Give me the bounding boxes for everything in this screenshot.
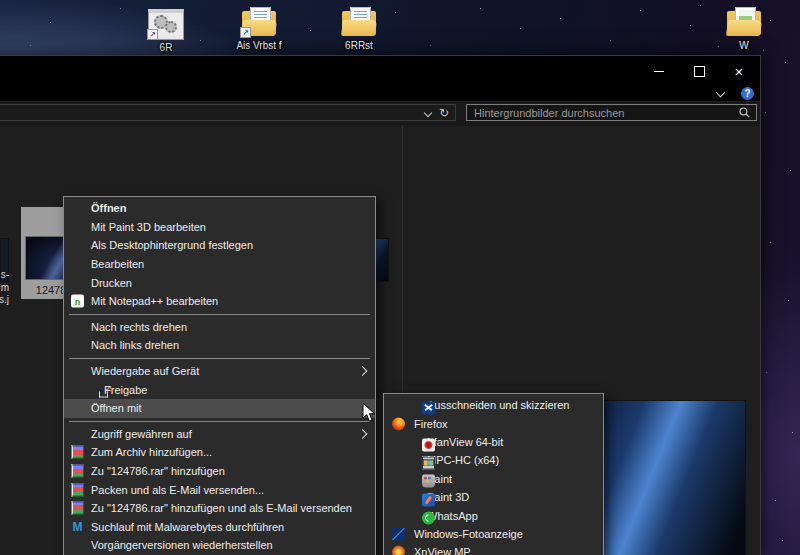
app-gears-icon: ↗: [146, 8, 186, 41]
context-menu-item-vorgängerversionen-wiederherstellen[interactable]: Vorgängerversionen wiederherstellen: [64, 536, 375, 555]
close-icon: ×: [735, 64, 744, 79]
folder-docs-icon: [339, 6, 379, 39]
context-menu-item-zu-124786-rar-hinzufügen-und-als-e-mail-versenden[interactable]: Zu "124786.rar" hinzufügen und als E-Mai…: [64, 499, 375, 518]
menu-item-label: Packen und als E-Mail versenden...: [91, 484, 264, 496]
desktop-icon-label: 6R: [130, 42, 202, 53]
winrar-icon: [71, 502, 84, 515]
submenu-chevron-icon: [358, 366, 368, 376]
menu-item-label: Öffnen mit: [91, 402, 142, 414]
menu-item-label: Zu "124786.rar" hinzufügen und als E-Mai…: [91, 502, 352, 514]
help-button[interactable]: ?: [741, 87, 754, 100]
search-input[interactable]: [472, 105, 731, 120]
menu-item-label: Mit Paint 3D bearbeiten: [91, 221, 206, 233]
context-menu-item-mit-paint-3d-bearbeiten[interactable]: Mit Paint 3D bearbeiten: [64, 218, 375, 237]
winrar-icon: [71, 483, 84, 496]
openwith-item-irfanview-64-bit[interactable]: IrfanView 64-bit: [384, 433, 603, 451]
maximize-icon: [694, 66, 705, 77]
context-menu-item-öffnen-mit[interactable]: Öffnen mit: [64, 399, 375, 418]
desktop-icon-6r[interactable]: ↗6R: [130, 8, 202, 53]
maximize-button[interactable]: [679, 56, 719, 86]
notepadpp-icon: n: [71, 295, 84, 308]
desktop-icon-label: W: [708, 40, 780, 51]
context-menu-item-nach-rechts-drehen[interactable]: Nach rechts drehen: [64, 318, 375, 337]
menu-item-label: Öffnen: [91, 202, 126, 214]
photoviewer-icon: [392, 527, 405, 540]
menu-item-label: Zum Archiv hinzufügen...: [91, 446, 212, 458]
paint-icon: [422, 475, 435, 488]
menu-item-label: IrfanView 64-bit: [427, 436, 503, 448]
ribbon-expand-icon[interactable]: [716, 88, 726, 98]
mouse-cursor: [362, 402, 377, 423]
openwith-item-windows-fotoanzeige[interactable]: Windows-Fotoanzeige: [384, 525, 603, 543]
irfanview-icon: [422, 438, 435, 451]
menu-item-label: Bearbeiten: [91, 258, 144, 270]
open-with-submenu: Ausschneiden und skizzierenFirefoxIrfanV…: [383, 393, 604, 555]
context-menu-item-zugriff-gewähren-auf[interactable]: Zugriff gewähren auf: [64, 425, 375, 444]
address-bar-row: ↻: [0, 101, 760, 126]
menu-item-label: Mit Notepad++ bearbeiten: [91, 295, 218, 307]
desktop-icon-w[interactable]: W: [708, 6, 780, 51]
firefox-icon: [392, 417, 405, 430]
context-menu-item-zu-124786-rar-hinzufügen[interactable]: Zu "124786.rar" hinzufügen: [64, 462, 375, 481]
menu-item-label: Zu "124786.rar" hinzufügen: [91, 465, 225, 477]
desktop-icon-label: 6RRst: [323, 40, 395, 51]
paint3d-icon: [422, 493, 435, 506]
context-menu-item-packen-und-als-e-mail-versenden[interactable]: Packen und als E-Mail versenden...: [64, 480, 375, 499]
file-name-label: s-ms.j: [0, 269, 9, 307]
openwith-item-paint-3d[interactable]: Paint 3D: [384, 488, 603, 506]
desktop-icon-ais-vrbst-f[interactable]: ↗Ais Vrbst f: [223, 6, 295, 51]
menu-item-label: Nach rechts drehen: [91, 321, 187, 333]
submenu-chevron-icon: [358, 429, 368, 439]
openwith-item-whatsapp[interactable]: WhatsApp: [384, 506, 603, 524]
malwarebytes-icon: M: [71, 520, 84, 533]
search-box[interactable]: [466, 104, 757, 121]
title-bar: ×: [0, 56, 760, 86]
partial-filename-line: s.j: [0, 294, 9, 307]
openwith-item-mpc-hc-x64[interactable]: MPC-HC (x64): [384, 451, 603, 469]
menu-separator: [69, 421, 370, 422]
ribbon-bar: ?: [0, 86, 760, 101]
folder-paper-art: [735, 7, 756, 32]
mpchc-icon: [422, 457, 435, 470]
openwith-item-ausschneiden-und-skizzieren[interactable]: Ausschneiden und skizzieren: [384, 396, 603, 414]
address-dropdown-icon[interactable]: [424, 109, 432, 117]
refresh-icon[interactable]: ↻: [439, 105, 449, 121]
menu-separator: [69, 314, 370, 315]
openwith-item-firefox[interactable]: Firefox: [384, 414, 603, 432]
menu-item-label: Windows-Fotoanzeige: [414, 528, 523, 540]
openwith-item-xnview-mp[interactable]: XnView MP: [384, 543, 603, 555]
whatsapp-icon: [422, 512, 435, 525]
menu-item-label: Nach links drehen: [91, 339, 179, 351]
menu-item-label: Vorgängerversionen wiederherstellen: [91, 539, 273, 551]
minimize-button[interactable]: [639, 56, 679, 86]
context-menu-item-drucken[interactable]: Drucken: [64, 273, 375, 292]
menu-item-label: Ausschneiden und skizzieren: [427, 399, 569, 411]
context-menu-item-zum-archiv-hinzufügen[interactable]: Zum Archiv hinzufügen...: [64, 443, 375, 462]
gear-icon: [165, 21, 177, 33]
shortcut-arrow-icon: ↗: [240, 27, 251, 38]
menu-item-label: Drucken: [91, 277, 132, 289]
close-button[interactable]: ×: [719, 56, 759, 86]
desktop-icon-6rrst[interactable]: 6RRst: [323, 6, 395, 51]
menu-item-label: Firefox: [414, 418, 448, 430]
address-bar[interactable]: ↻: [0, 104, 456, 121]
xnview-icon: [392, 546, 405, 555]
context-menu-item-nach-links-drehen[interactable]: Nach links drehen: [64, 336, 375, 355]
context-menu-item-bearbeiten[interactable]: Bearbeiten: [64, 255, 375, 274]
context-menu-item-wiedergabe-auf-gerät[interactable]: Wiedergabe auf Gerät: [64, 362, 375, 381]
context-menu-item-freigabe[interactable]: Freigabe: [64, 380, 375, 399]
stars-decoration: [0, 0, 1, 1]
shortcut-arrow-icon: ↗: [147, 29, 158, 40]
caption-buttons: ×: [639, 56, 759, 86]
context-menu-item-suchlauf-mit-malwarebytes-durchführen[interactable]: MSuchlauf mit Malwarebytes durchführen: [64, 518, 375, 537]
openwith-item-paint[interactable]: Paint: [384, 470, 603, 488]
context-menu-item-öffnen[interactable]: Öffnen: [64, 199, 375, 218]
share-icon: [98, 386, 111, 399]
context-menu-item-als-desktophintergrund-festlegen[interactable]: Als Desktophintergrund festlegen: [64, 236, 375, 255]
folder-docs-icon: ↗: [239, 6, 279, 39]
menu-item-label: Zugriff gewähren auf: [91, 428, 192, 440]
partial-filename-line: m: [0, 282, 9, 295]
folder-paper-art: [250, 7, 271, 32]
context-menu-item-mit-notepad-bearbeiten[interactable]: nMit Notepad++ bearbeiten: [64, 292, 375, 311]
context-menu: ÖffnenMit Paint 3D bearbeitenAls Desktop…: [63, 196, 376, 555]
